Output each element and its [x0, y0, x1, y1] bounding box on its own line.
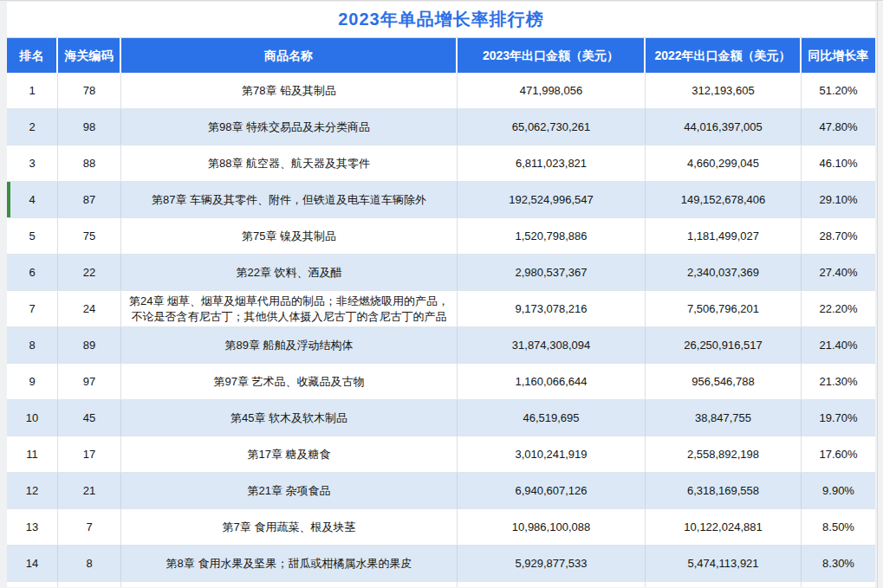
cell-rank[interactable]: 2: [7, 109, 58, 145]
cell-hs-code[interactable]: 97: [58, 364, 121, 399]
cell-hs-code[interactable]: 45: [58, 400, 121, 436]
cell-product-name[interactable]: 第98章 特殊交易品及未分类商品: [121, 109, 458, 145]
table-row[interactable]: 12 21 第21章 杂项食品 6,940,607,126 6,318,169,…: [7, 473, 875, 509]
cell-rank[interactable]: 9: [7, 364, 58, 399]
table-row[interactable]: 6 22 第22章 饮料、酒及醋 2,980,537,367 2,340,037…: [7, 255, 875, 291]
cell-growth-rate[interactable]: 47.80%: [802, 109, 875, 145]
cell-rank[interactable]: 12: [7, 473, 58, 508]
cell-rank[interactable]: 4: [7, 182, 58, 217]
cell-export-2023[interactable]: 6,940,607,126: [458, 473, 646, 508]
header-cell-export-2022[interactable]: 2022年出口金额（美元）: [646, 38, 802, 73]
cell-product-name[interactable]: 第88章 航空器、航天器及其零件: [121, 145, 458, 181]
table-row[interactable]: 13 7 第7章 食用蔬菜、根及块茎 10,986,100,088 10,122…: [7, 509, 875, 546]
cell-rank[interactable]: 11: [7, 436, 58, 472]
cell-product-name[interactable]: 第89章 船舶及浮动结构体: [121, 327, 458, 363]
cell-growth-rate[interactable]: 17.60%: [802, 436, 875, 472]
cell-hs-code[interactable]: 24: [58, 291, 121, 326]
cell-rank[interactable]: 5: [7, 218, 58, 254]
cell-export-2023[interactable]: 65,062,730,261: [458, 109, 646, 145]
cell-export-2022[interactable]: 44,016,397,005: [646, 109, 802, 145]
cell-export-2023[interactable]: 3,010,241,919: [458, 436, 646, 472]
cell-product-name[interactable]: 第7章 食用蔬菜、根及块茎: [121, 509, 458, 545]
header-cell-export-2023[interactable]: 2023年出口金额（美元）: [458, 38, 646, 73]
header-cell-rank[interactable]: 排名: [7, 38, 58, 73]
cell-export-2023[interactable]: 1,520,798,886: [458, 218, 646, 254]
cell-export-2023[interactable]: 2,980,537,367: [458, 255, 646, 290]
cell-product-name[interactable]: 第78章 铅及其制品: [121, 73, 458, 108]
cell-product-name[interactable]: 第87章 车辆及其零件、附件，但铁道及电车道车辆除外: [121, 182, 458, 217]
cell-product-name[interactable]: 第24章 烟草、烟草及烟草代用品的制品；非经燃烧吸用的产品，不论是否含有尼古丁；…: [121, 291, 458, 326]
table-row[interactable]: 14 8 第8章 食用水果及坚果；甜瓜或柑橘属水果的果皮 5,929,877,5…: [7, 546, 875, 582]
cell-product-name[interactable]: 第8章 食用水果及坚果；甜瓜或柑橘属水果的果皮: [121, 546, 458, 581]
cell-product-name[interactable]: 第45章 软木及软木制品: [121, 400, 458, 436]
cell-export-2023[interactable]: 9,173,078,216: [458, 291, 646, 326]
cell-product-name[interactable]: 第21章 杂项食品: [121, 473, 458, 508]
cell-export-2023[interactable]: 1,160,066,644: [458, 364, 646, 399]
cell-product-name[interactable]: 第75章 镍及其制品: [121, 218, 458, 254]
cell-rank[interactable]: 1: [7, 73, 58, 108]
cell-export-2023[interactable]: 192,524,996,547: [458, 182, 646, 217]
cell-hs-code[interactable]: 21: [58, 473, 121, 508]
table-row[interactable]: 9 97 第97章 艺术品、收藏品及古物 1,160,066,644 956,5…: [7, 364, 875, 400]
cell-rank[interactable]: 7: [7, 291, 58, 326]
cell-product-name[interactable]: 第97章 艺术品、收藏品及古物: [121, 364, 458, 399]
cell-growth-rate[interactable]: 19.70%: [802, 400, 875, 436]
cell-export-2022[interactable]: 7,506,796,201: [646, 291, 802, 326]
cell-growth-rate[interactable]: 51.20%: [802, 73, 875, 108]
header-cell-growth-rate[interactable]: 同比增长率: [802, 38, 875, 73]
cell-growth-rate[interactable]: 8.50%: [802, 509, 875, 545]
table-row[interactable]: 4 87 第87章 车辆及其零件、附件，但铁道及电车道车辆除外 192,524,…: [7, 182, 875, 218]
cell-growth-rate[interactable]: 21.40%: [802, 327, 875, 363]
cell-growth-rate[interactable]: 21.30%: [802, 364, 875, 399]
table-row[interactable]: 10 45 第45章 软木及软木制品 46,519,695 38,847,755…: [7, 400, 875, 436]
cell-export-2022[interactable]: 26,250,916,517: [646, 327, 802, 363]
cell-growth-rate[interactable]: 28.70%: [802, 218, 875, 254]
cell-export-2023[interactable]: 10,986,100,088: [458, 509, 646, 545]
cell-hs-code[interactable]: 8: [58, 546, 121, 581]
table-row[interactable]: 5 75 第75章 镍及其制品 1,520,798,886 1,181,499,…: [7, 218, 875, 255]
cell-hs-code[interactable]: 78: [58, 73, 121, 108]
cell-rank[interactable]: 8: [7, 327, 58, 363]
cell-hs-code[interactable]: 89: [58, 327, 121, 363]
table-row[interactable]: 11 17 第17章 糖及糖食 3,010,241,919 2,558,892,…: [7, 436, 875, 473]
cell-rank[interactable]: 10: [7, 400, 58, 436]
table-row[interactable]: 7 24 第24章 烟草、烟草及烟草代用品的制品；非经燃烧吸用的产品，不论是否含…: [7, 291, 875, 327]
table-row[interactable]: 3 88 第88章 航空器、航天器及其零件 6,811,023,821 4,66…: [7, 145, 875, 182]
cell-export-2022[interactable]: 2,558,892,198: [646, 436, 802, 472]
cell-hs-code[interactable]: 87: [58, 182, 121, 217]
table-row[interactable]: 2 98 第98章 特殊交易品及未分类商品 65,062,730,261 44,…: [7, 109, 875, 145]
cell-export-2022[interactable]: 2,340,037,369: [646, 255, 802, 290]
cell-export-2022[interactable]: 312,193,605: [646, 73, 802, 108]
cell-growth-rate[interactable]: 46.10%: [802, 145, 875, 181]
cell-export-2023[interactable]: 5,929,877,533: [458, 546, 646, 581]
cell-product-name[interactable]: 第22章 饮料、酒及醋: [121, 255, 458, 290]
cell-hs-code[interactable]: 75: [58, 218, 121, 254]
cell-hs-code[interactable]: 7: [58, 509, 121, 545]
table-row[interactable]: 8 89 第89章 船舶及浮动结构体 31,874,308,094 26,250…: [7, 327, 875, 364]
cell-product-name[interactable]: 第17章 糖及糖食: [121, 436, 458, 472]
cell-hs-code[interactable]: 22: [58, 255, 121, 290]
cell-export-2022[interactable]: 5,474,113,921: [646, 546, 802, 581]
cell-export-2022[interactable]: 4,660,299,045: [646, 145, 802, 181]
cell-growth-rate[interactable]: 8.30%: [802, 546, 875, 581]
cell-rank[interactable]: 3: [7, 145, 58, 181]
cell-export-2022[interactable]: 956,546,788: [646, 364, 802, 399]
cell-export-2023[interactable]: 471,998,056: [458, 73, 646, 108]
cell-export-2022[interactable]: 6,318,169,558: [646, 473, 802, 508]
cell-export-2023[interactable]: 46,519,695: [458, 400, 646, 436]
cell-rank[interactable]: 14: [7, 546, 58, 581]
cell-hs-code[interactable]: 98: [58, 109, 121, 145]
cell-export-2022[interactable]: 149,152,678,406: [646, 182, 802, 217]
cell-growth-rate[interactable]: 29.10%: [802, 182, 875, 217]
header-cell-product-name[interactable]: 商品名称: [121, 38, 458, 73]
cell-growth-rate[interactable]: 9.90%: [802, 473, 875, 508]
cell-export-2023[interactable]: 6,811,023,821: [458, 145, 646, 181]
cell-growth-rate[interactable]: 22.20%: [802, 291, 875, 326]
cell-rank[interactable]: 13: [7, 509, 58, 545]
cell-growth-rate[interactable]: 27.40%: [802, 255, 875, 290]
cell-export-2022[interactable]: 38,847,755: [646, 400, 802, 436]
cell-rank[interactable]: 6: [7, 255, 58, 290]
cell-export-2022[interactable]: 1,181,499,027: [646, 218, 802, 254]
cell-hs-code[interactable]: 88: [58, 145, 121, 181]
cell-export-2022[interactable]: 10,122,024,881: [646, 509, 802, 545]
